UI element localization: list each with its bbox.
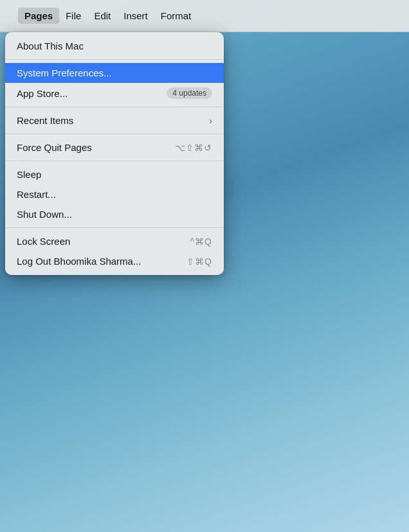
separator-4	[5, 161, 224, 161]
apple-menu-trigger[interactable]	[5, 13, 18, 19]
menu-item-restart[interactable]: Restart...	[5, 184, 224, 204]
menubar-pages[interactable]: Pages	[18, 8, 59, 24]
lock-screen-shortcut: ^⌘Q	[190, 236, 212, 247]
recent-items-arrow-icon: ›	[209, 116, 212, 126]
menu-item-shut-down-label: Shut Down...	[17, 209, 212, 220]
menu-item-lock-screen-label: Lock Screen	[17, 236, 190, 247]
separator-1	[5, 59, 224, 60]
menu-item-log-out-label: Log Out Bhoomika Sharma...	[17, 256, 186, 267]
apple-dropdown-menu: About This Mac System Preferences... App…	[5, 32, 224, 275]
menubar-file[interactable]: File	[59, 8, 87, 24]
menu-item-recent-items-label: Recent Items	[17, 115, 209, 126]
menubar-edit[interactable]: Edit	[87, 8, 117, 24]
separator-5	[5, 227, 224, 228]
menu-item-about-mac[interactable]: About This Mac	[5, 36, 224, 56]
menu-item-system-preferences-label: System Preferences...	[17, 67, 212, 78]
menu-item-log-out[interactable]: Log Out Bhoomika Sharma... ⇧⌘Q	[5, 251, 224, 271]
menu-item-sleep-label: Sleep	[17, 169, 212, 180]
log-out-shortcut: ⇧⌘Q	[186, 256, 212, 267]
menu-item-app-store-label: App Store...	[17, 88, 167, 99]
menu-item-app-store[interactable]: App Store... 4 updates	[5, 83, 224, 103]
menu-item-shut-down[interactable]: Shut Down...	[5, 204, 224, 224]
menu-item-recent-items[interactable]: Recent Items ›	[5, 111, 224, 130]
menu-item-system-preferences[interactable]: System Preferences...	[5, 63, 224, 83]
menu-item-force-quit[interactable]: Force Quit Pages ⌥⇧⌘↺	[5, 137, 224, 157]
app-store-badge: 4 updates	[167, 87, 212, 99]
menu-item-restart-label: Restart...	[17, 189, 212, 200]
force-quit-shortcut: ⌥⇧⌘↺	[175, 143, 212, 153]
menubar: Pages File Edit Insert Format	[0, 0, 409, 32]
separator-3	[5, 134, 224, 134]
menu-item-sleep[interactable]: Sleep	[5, 164, 224, 184]
menubar-insert[interactable]: Insert	[117, 8, 154, 24]
menu-item-force-quit-label: Force Quit Pages	[17, 142, 175, 153]
menubar-format[interactable]: Format	[154, 8, 198, 24]
menu-item-about-mac-label: About This Mac	[17, 40, 212, 51]
menu-item-lock-screen[interactable]: Lock Screen ^⌘Q	[5, 231, 224, 251]
separator-2	[5, 107, 224, 107]
